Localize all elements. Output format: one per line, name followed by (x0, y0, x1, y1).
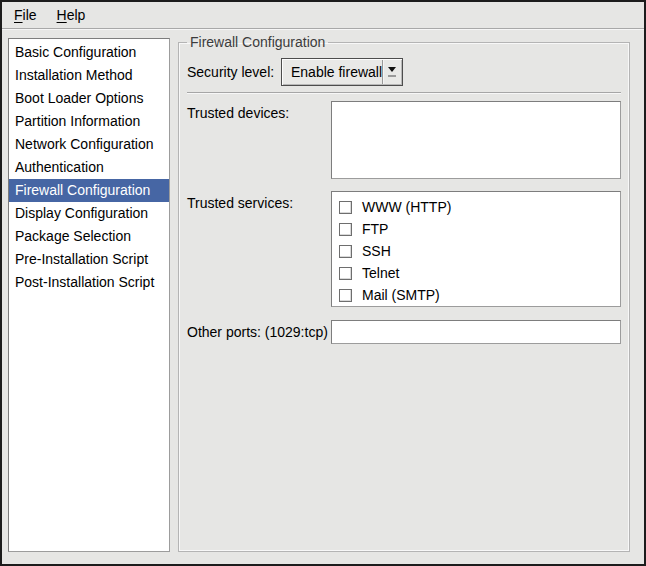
trusted-services-row: Trusted services: WWW (HTTP) FTP SSH (187, 191, 621, 307)
trusted-devices-row: Trusted devices: (187, 101, 621, 179)
service-row-ftp[interactable]: FTP (339, 218, 620, 240)
menu-file-mnemonic: F (14, 7, 23, 23)
menu-file[interactable]: File (6, 4, 45, 27)
trusted-devices-list[interactable] (331, 101, 621, 179)
sidebar-item-package-selection[interactable]: Package Selection (9, 225, 169, 248)
frame-title: Firewall Configuration (187, 34, 328, 50)
horizontal-separator (187, 92, 621, 94)
menu-help-rest: elp (67, 7, 86, 23)
sidebar-item-pre-installation-script[interactable]: Pre-Installation Script (9, 248, 169, 271)
sidebar-item-post-installation-script[interactable]: Post-Installation Script (9, 271, 169, 294)
other-ports-label: Other ports: (1029:tcp) (187, 324, 331, 340)
sidebar-item-display-configuration[interactable]: Display Configuration (9, 202, 169, 225)
arrow-dash-glyph (388, 75, 396, 77)
trusted-services-list: WWW (HTTP) FTP SSH Telnet (331, 191, 621, 307)
checkbox-ftp[interactable] (339, 223, 352, 236)
security-level-dropdown[interactable]: Enable firewall (281, 58, 403, 86)
menu-file-rest: ile (23, 7, 37, 23)
app-window: File Help Basic Configuration Installati… (0, 0, 646, 566)
security-level-value: Enable firewall (282, 64, 382, 80)
service-label-ftp: FTP (362, 221, 388, 237)
security-level-label: Security level: (187, 64, 279, 80)
sidebar-item-network-configuration[interactable]: Network Configuration (9, 133, 169, 156)
service-label-telnet: Telnet (362, 265, 399, 281)
sidebar-item-boot-loader-options[interactable]: Boot Loader Options (9, 87, 169, 110)
security-level-row: Security level: Enable firewall (187, 58, 621, 86)
other-ports-row: Other ports: (1029:tcp) (187, 320, 621, 344)
trusted-devices-label: Trusted devices: (187, 101, 331, 121)
service-row-mail-smtp[interactable]: Mail (SMTP) (339, 284, 620, 306)
service-row-telnet[interactable]: Telnet (339, 262, 620, 284)
service-row-ssh[interactable]: SSH (339, 240, 620, 262)
checkbox-www-http[interactable] (339, 201, 352, 214)
sidebar-item-firewall-configuration[interactable]: Firewall Configuration (9, 179, 169, 202)
other-ports-input[interactable] (331, 320, 621, 344)
firewall-configuration-frame: Firewall Configuration Security level: E… (178, 34, 630, 552)
arrow-down-glyph (388, 67, 396, 72)
service-label-mail-smtp: Mail (SMTP) (362, 287, 440, 303)
sidebar-item-authentication[interactable]: Authentication (9, 156, 169, 179)
menu-help-mnemonic: H (57, 7, 67, 23)
service-label-ssh: SSH (362, 243, 391, 259)
trusted-services-label: Trusted services: (187, 191, 331, 211)
checkbox-ssh[interactable] (339, 245, 352, 258)
service-label-www-http: WWW (HTTP) (362, 199, 451, 215)
sidebar-item-partition-information[interactable]: Partition Information (9, 110, 169, 133)
section-list: Basic Configuration Installation Method … (8, 38, 170, 552)
checkbox-mail-smtp[interactable] (339, 289, 352, 302)
service-row-www-http[interactable]: WWW (HTTP) (339, 196, 620, 218)
checkbox-telnet[interactable] (339, 267, 352, 280)
dropdown-arrow-icon[interactable] (383, 59, 402, 85)
menu-help[interactable]: Help (49, 4, 94, 27)
menu-bar: File Help (2, 2, 644, 29)
sidebar-item-installation-method[interactable]: Installation Method (9, 64, 169, 87)
sidebar-item-basic-configuration[interactable]: Basic Configuration (9, 41, 169, 64)
